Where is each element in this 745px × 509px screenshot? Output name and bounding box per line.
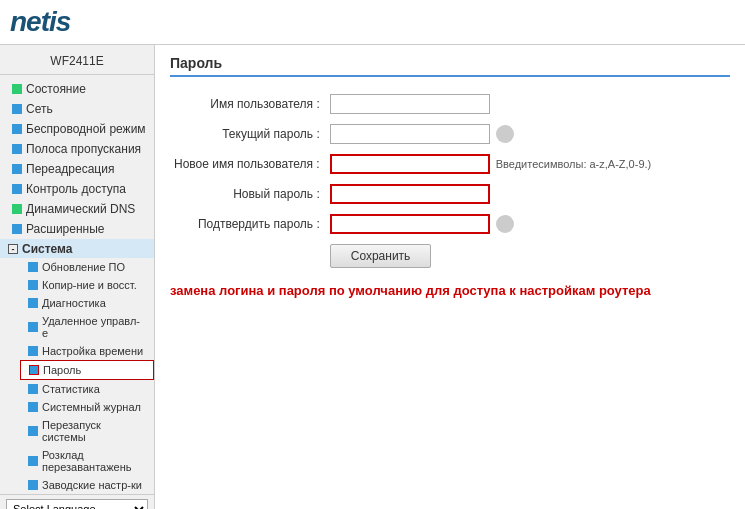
new-password-label: Новый пароль : bbox=[170, 179, 326, 209]
sidebar-label-system: Система bbox=[22, 242, 73, 256]
update-icon bbox=[28, 262, 38, 272]
new-username-input-cell: Введитесимволы: a-z,A-Z,0-9.) bbox=[330, 154, 652, 174]
username-label: Имя пользователя : bbox=[170, 89, 326, 119]
password-form: Имя пользователя : Текущий пароль : Н bbox=[170, 89, 655, 273]
main-layout: WF2411E Состояние Сеть Беспроводной режи… bbox=[0, 45, 745, 509]
sidebar-label-password: Пароль bbox=[43, 364, 81, 376]
advanced-icon bbox=[12, 224, 22, 234]
status-icon bbox=[12, 84, 22, 94]
sidebar-sub-system: Обновление ПО Копир-ние и восст. Диагнос… bbox=[0, 258, 154, 494]
save-row: Сохранить bbox=[170, 239, 655, 273]
sidebar-item-stats[interactable]: Статистика bbox=[20, 380, 154, 398]
username-input[interactable] bbox=[330, 94, 490, 114]
sidebar-label-stats: Статистика bbox=[42, 383, 100, 395]
current-password-input[interactable] bbox=[330, 124, 490, 144]
eye-icon bbox=[496, 125, 514, 143]
info-text: замена логина и пароля по умолчанию для … bbox=[170, 283, 730, 298]
sidebar-wrapper: WF2411E Состояние Сеть Беспроводной режи… bbox=[0, 50, 154, 504]
current-password-label: Текущий пароль : bbox=[170, 119, 326, 149]
sidebar-item-reboot[interactable]: Перезапуск системы bbox=[20, 416, 154, 446]
network-icon bbox=[12, 104, 22, 114]
sidebar-item-network[interactable]: Сеть bbox=[0, 99, 154, 119]
page-title: Пароль bbox=[170, 55, 730, 77]
stats-icon bbox=[28, 384, 38, 394]
new-username-label: Новое имя пользователя : bbox=[170, 149, 326, 179]
confirm-password-input[interactable] bbox=[330, 214, 490, 234]
sidebar-label-wireless: Беспроводной режим bbox=[26, 122, 146, 136]
sidebar-item-status[interactable]: Состояние bbox=[0, 79, 154, 99]
sidebar-label-ddns: Динамический DNS bbox=[26, 202, 135, 216]
backup-icon bbox=[28, 280, 38, 290]
sidebar-label-bandwidth: Полоса пропускания bbox=[26, 142, 141, 156]
new-password-input-cell bbox=[330, 184, 652, 204]
input-hint: Введитесимволы: a-z,A-Z,0-9.) bbox=[496, 158, 652, 170]
sidebar-item-wireless[interactable]: Беспроводной режим bbox=[0, 119, 154, 139]
sidebar-label-syslog: Системный журнал bbox=[42, 401, 141, 413]
sidebar-item-backup[interactable]: Копир-ние и восст. bbox=[20, 276, 154, 294]
confirm-eye-icon bbox=[496, 215, 514, 233]
sidebar-label-backup: Копир-ние и восст. bbox=[42, 279, 137, 291]
sidebar-label-schedule: Розклад перезавантажень bbox=[42, 449, 146, 473]
sidebar-label-remote: Удаленное управл-е bbox=[42, 315, 146, 339]
wireless-icon bbox=[12, 124, 22, 134]
sidebar-label-time: Настройка времени bbox=[42, 345, 143, 357]
confirm-password-row: Подтвердить пароль : bbox=[170, 209, 655, 239]
sidebar-label-status: Состояние bbox=[26, 82, 86, 96]
sidebar-item-password[interactable]: Пароль bbox=[20, 360, 154, 380]
sidebar-label-access: Контроль доступа bbox=[26, 182, 126, 196]
system-collapse-icon: - bbox=[8, 244, 18, 254]
confirm-password-label: Подтвердить пароль : bbox=[170, 209, 326, 239]
sidebar-item-factory[interactable]: Заводские настр-ки bbox=[20, 476, 154, 494]
save-button[interactable]: Сохранить bbox=[330, 244, 432, 268]
factory-icon bbox=[28, 480, 38, 490]
sidebar-label-diag: Диагностика bbox=[42, 297, 106, 309]
time-icon bbox=[28, 346, 38, 356]
confirm-password-input-cell bbox=[330, 214, 652, 234]
sidebar-item-advanced[interactable]: Расширенные bbox=[0, 219, 154, 239]
new-username-input[interactable] bbox=[330, 154, 490, 174]
username-input-cell bbox=[330, 94, 652, 114]
sidebar-item-ddns[interactable]: Динамический DNS bbox=[0, 199, 154, 219]
reboot-icon bbox=[28, 426, 38, 436]
sidebar-item-remote[interactable]: Удаленное управл-е bbox=[20, 312, 154, 342]
language-select[interactable]: Select Language English Russian Chinese bbox=[6, 499, 148, 509]
sidebar: WF2411E Состояние Сеть Беспроводной режи… bbox=[0, 45, 155, 509]
access-icon bbox=[12, 184, 22, 194]
logo: netis bbox=[10, 6, 70, 38]
header: netis bbox=[0, 0, 745, 45]
sidebar-item-syslog[interactable]: Системный журнал bbox=[20, 398, 154, 416]
sidebar-item-bandwidth[interactable]: Полоса пропускания bbox=[0, 139, 154, 159]
new-username-row: Новое имя пользователя : Введитесимволы:… bbox=[170, 149, 655, 179]
sidebar-item-update[interactable]: Обновление ПО bbox=[20, 258, 154, 276]
sidebar-item-diag[interactable]: Диагностика bbox=[20, 294, 154, 312]
remote-icon bbox=[28, 322, 38, 332]
sidebar-label-factory: Заводские настр-ки bbox=[42, 479, 142, 491]
content-area: Пароль Имя пользователя : Текущий пароль… bbox=[155, 45, 745, 509]
sidebar-item-system[interactable]: - Система bbox=[0, 239, 154, 258]
diag-icon bbox=[28, 298, 38, 308]
sidebar-item-redirect[interactable]: Переадресация bbox=[0, 159, 154, 179]
sidebar-label-redirect: Переадресация bbox=[26, 162, 114, 176]
bandwidth-icon bbox=[12, 144, 22, 154]
logo-text: netis bbox=[10, 6, 70, 37]
ddns-icon bbox=[12, 204, 22, 214]
new-password-row: Новый пароль : bbox=[170, 179, 655, 209]
current-password-input-cell bbox=[330, 124, 652, 144]
sidebar-label-reboot: Перезапуск системы bbox=[42, 419, 146, 443]
username-row: Имя пользователя : bbox=[170, 89, 655, 119]
current-password-row: Текущий пароль : bbox=[170, 119, 655, 149]
sidebar-item-schedule[interactable]: Розклад перезавантажень bbox=[20, 446, 154, 476]
sidebar-label-update: Обновление ПО bbox=[42, 261, 125, 273]
language-selector-container: Select Language English Russian Chinese bbox=[0, 494, 154, 509]
sidebar-model: WF2411E bbox=[0, 50, 154, 75]
sidebar-label-advanced: Расширенные bbox=[26, 222, 105, 236]
sidebar-label-network: Сеть bbox=[26, 102, 53, 116]
redirect-icon bbox=[12, 164, 22, 174]
sidebar-item-access[interactable]: Контроль доступа bbox=[0, 179, 154, 199]
sidebar-item-time[interactable]: Настройка времени bbox=[20, 342, 154, 360]
sidebar-menu: WF2411E Состояние Сеть Беспроводной режи… bbox=[0, 50, 154, 494]
new-password-input[interactable] bbox=[330, 184, 490, 204]
syslog-icon bbox=[28, 402, 38, 412]
schedule-icon bbox=[28, 456, 38, 466]
password-icon bbox=[29, 365, 39, 375]
